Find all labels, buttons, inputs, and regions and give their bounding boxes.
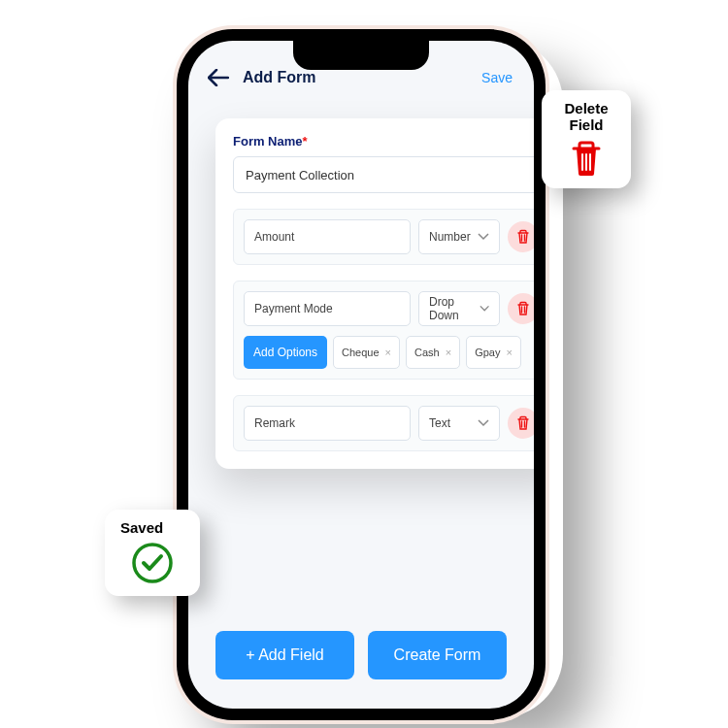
create-form-button[interactable]: Create Form xyxy=(368,631,507,679)
trash-icon xyxy=(515,301,531,316)
save-link[interactable]: Save xyxy=(481,70,513,85)
phone-frame: Add Form Save Form Name* Number xyxy=(173,25,549,724)
field-label-input[interactable] xyxy=(244,406,411,441)
field-block: Text xyxy=(233,395,534,451)
bottom-buttons: + Add Field Create Form xyxy=(215,631,507,679)
phone-notch xyxy=(293,41,429,70)
chevron-down-icon xyxy=(478,419,489,427)
trash-icon xyxy=(515,229,531,245)
chip-label: Cash xyxy=(414,347,440,358)
form-card: Form Name* Number xyxy=(215,118,534,469)
option-chip: Cash × xyxy=(406,336,460,369)
field-block: Drop Down Add Options Cheque xyxy=(233,281,534,380)
option-chip: Cheque × xyxy=(333,336,400,369)
field-type-value: Number xyxy=(429,230,471,244)
delete-field-button[interactable] xyxy=(508,293,534,324)
trash-icon xyxy=(566,138,607,179)
field-type-select[interactable]: Number xyxy=(418,219,500,254)
add-options-button[interactable]: Add Options xyxy=(244,336,327,369)
field-type-select[interactable]: Text xyxy=(418,406,500,441)
delete-field-button[interactable] xyxy=(508,221,534,252)
form-name-input[interactable] xyxy=(233,156,534,193)
chip-remove[interactable]: × xyxy=(446,347,451,358)
back-button[interactable] xyxy=(206,65,231,90)
chip-label: Cheque xyxy=(342,347,380,358)
add-field-button[interactable]: + Add Field xyxy=(215,631,354,679)
chevron-down-icon xyxy=(478,233,489,241)
required-mark: * xyxy=(303,134,308,149)
callout-label: Delete Field xyxy=(564,100,608,134)
chevron-down-icon xyxy=(480,305,489,313)
field-label-input[interactable] xyxy=(244,219,411,254)
form-name-text: Form Name xyxy=(233,134,303,149)
chip-remove[interactable]: × xyxy=(506,347,512,358)
page-title: Add Form xyxy=(243,69,472,86)
field-type-select[interactable]: Drop Down xyxy=(418,291,500,326)
delete-field-button[interactable] xyxy=(508,408,534,439)
field-label-input[interactable] xyxy=(244,291,411,326)
trash-icon xyxy=(515,415,531,431)
saved-callout: Saved xyxy=(105,510,200,596)
field-type-value: Drop Down xyxy=(429,295,480,322)
form-name-label: Form Name* xyxy=(233,134,534,149)
chip-label: Gpay xyxy=(475,347,500,358)
field-type-value: Text xyxy=(429,416,450,430)
app-screen: Add Form Save Form Name* Number xyxy=(188,41,534,709)
callout-label: Saved xyxy=(120,519,163,536)
field-block: Number xyxy=(233,209,534,265)
option-chip: Gpay × xyxy=(466,336,521,369)
delete-field-callout: Delete Field xyxy=(542,90,631,188)
check-circle-icon xyxy=(129,540,176,586)
chip-remove[interactable]: × xyxy=(385,347,391,358)
arrow-left-icon xyxy=(208,69,229,86)
